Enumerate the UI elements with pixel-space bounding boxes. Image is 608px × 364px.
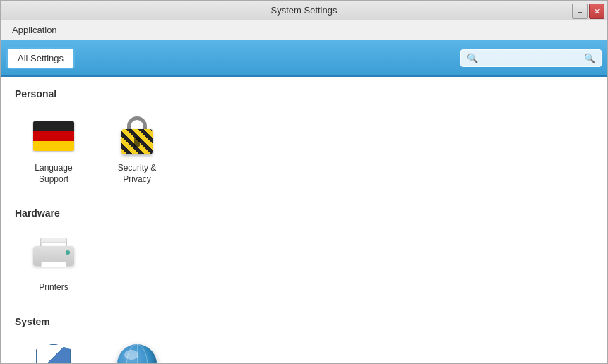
language-support-icon-area: [31, 114, 76, 159]
printer-icon: [33, 238, 74, 273]
close-button[interactable]: ✕: [589, 4, 604, 19]
window-controls: – ✕: [572, 4, 604, 19]
printers-label: Printers: [39, 282, 68, 293]
firewall-icon-area: [31, 341, 76, 363]
shield-icon: [36, 344, 71, 363]
padlock-icon: [121, 116, 153, 156]
toolbar: All Settings 🔍 🔍: [1, 40, 607, 77]
search-input[interactable]: [481, 53, 580, 63]
german-flag-icon: [33, 121, 74, 151]
language-support-item[interactable]: LanguageSupport: [15, 108, 93, 190]
settings-content: Personal LanguageSupport: [1, 77, 607, 363]
system-items: FirewallConfiguration Software &Updates: [15, 336, 593, 363]
personal-section: Personal LanguageSupport: [15, 88, 593, 190]
minimize-button[interactable]: –: [572, 4, 588, 19]
printers-icon-area: [31, 233, 76, 278]
hardware-items: Printers: [15, 227, 93, 299]
menubar: Application: [1, 20, 607, 40]
system-section: System FirewallConfiguration: [15, 316, 593, 363]
personal-section-title: Personal: [15, 88, 593, 99]
search-icon-right: 🔍: [584, 53, 595, 63]
all-settings-button[interactable]: All Settings: [6, 47, 75, 69]
software-updates-item[interactable]: Software &Updates: [98, 336, 176, 363]
search-icon-left: 🔍: [467, 53, 478, 63]
globe-icon: [117, 344, 157, 363]
hardware-section: Hardware: [15, 207, 593, 299]
personal-items: LanguageSupport Security &Privacy: [15, 108, 593, 190]
main-window: System Settings – ✕ Application All Sett…: [0, 0, 608, 364]
firewall-item[interactable]: FirewallConfiguration: [15, 336, 93, 363]
search-bar: 🔍 🔍: [460, 49, 602, 67]
system-section-title: System: [15, 316, 593, 327]
security-privacy-label: Security &Privacy: [118, 163, 157, 185]
window-title: System Settings: [271, 5, 338, 16]
software-updates-icon-area: [114, 341, 160, 363]
application-menu[interactable]: Application: [6, 23, 63, 37]
hardware-section-title: Hardware: [15, 207, 93, 219]
language-support-label: LanguageSupport: [35, 163, 72, 185]
security-privacy-icon-area: [114, 114, 160, 159]
security-privacy-item[interactable]: Security &Privacy: [98, 108, 176, 190]
titlebar: System Settings – ✕: [1, 1, 607, 20]
printers-item[interactable]: Printers: [15, 227, 93, 299]
